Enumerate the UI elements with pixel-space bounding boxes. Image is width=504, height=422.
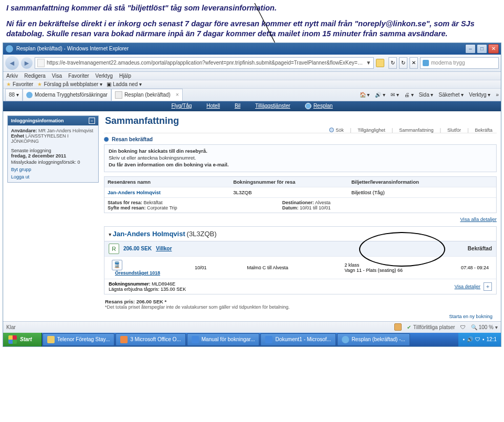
villkor-link[interactable]: Villkor (156, 246, 172, 251)
tool-print[interactable]: 🖨 ▾ (404, 92, 414, 98)
app-icon (120, 336, 128, 343)
link-visa-alla[interactable]: Visa alla detaljer (460, 216, 497, 222)
info-l2: Skriv ut eller anteckna bokningsnumret. (109, 155, 492, 161)
booking-pnr: 3L3ZQB (230, 187, 348, 197)
link-byt-grupp[interactable]: Byt grupp (11, 167, 95, 172)
segment-class: 2 klass (344, 262, 429, 268)
crumb-till: Tillgänglighet (358, 128, 385, 133)
expand-icon[interactable] (104, 137, 109, 142)
app-icon (265, 336, 272, 343)
tab-resplan[interactable]: Resplan (bekräftad) × (111, 89, 183, 101)
windows-icon (8, 335, 17, 344)
start-button[interactable]: Start (3, 333, 42, 346)
suggested-sites[interactable]: ★ Förslag på webbplatser ▾ (37, 81, 102, 87)
tool-more[interactable]: » (496, 92, 499, 98)
plus-icon[interactable]: ＋ (484, 282, 492, 291)
tab-group-button[interactable]: 88 ▾ (5, 89, 23, 101)
close-button[interactable]: ✕ (488, 44, 499, 54)
confirmation-info: Din bokning har skickats till din reseby… (104, 144, 497, 172)
tab-group-label: 88 ▾ (9, 92, 19, 98)
tool-mail[interactable]: ✉ ▾ (391, 92, 399, 98)
download-item[interactable]: ▣ Ladda ned ▾ (107, 81, 142, 87)
nav-hotell[interactable]: Hotell (206, 103, 220, 109)
start-new-booking[interactable]: Starta en ny bokning (449, 314, 492, 319)
back-button[interactable]: ◄ (5, 56, 19, 70)
nav-bil[interactable]: Bil (235, 103, 240, 109)
tray-icon[interactable]: 🛡 (475, 336, 480, 342)
visa-detaljer-link[interactable]: Visa detaljer (455, 284, 480, 289)
segment-route: Malmö C till Alvesta (244, 264, 335, 271)
traveler-name-link[interactable]: Jan-Anders Holmqvist (108, 189, 161, 195)
tool-tools[interactable]: Verktyg ▾ (469, 92, 490, 98)
crumb-samman: Sammanfattning (399, 128, 434, 133)
th-name: Resenärens namn (108, 179, 151, 185)
menu-visa[interactable]: Visa (52, 73, 62, 79)
tab-moderna[interactable]: Moderna Trygghetsförsäkringar (23, 89, 111, 101)
window-title: Resplan (bekräftad) - Windows Internet E… (16, 46, 129, 51)
segment-seat: Vagn 11 - Plats (seating) 66 (344, 268, 429, 273)
nav-flyg[interactable]: Flyg/Tåg (171, 103, 192, 109)
address-bar: ◄ ► https://e-travelmanagement22.amadeus… (3, 55, 501, 72)
menu-redigera[interactable]: Redigera (24, 73, 46, 79)
collapse-icon[interactable]: – (89, 118, 95, 124)
task-telenor[interactable]: Telenor Företag Stay... (43, 333, 114, 346)
zoom-icon[interactable]: 🔍 (471, 324, 477, 330)
ie-tab-icon (26, 92, 33, 98)
search-engine-icon (423, 60, 429, 66)
maximize-button[interactable]: □ (477, 44, 487, 54)
menu-verktyg[interactable]: Verktyg (96, 73, 113, 79)
total-value: 206.00 SEK * (136, 299, 167, 304)
task-office[interactable]: 3 Microsoft Office O... (116, 333, 186, 346)
shield-icon (394, 323, 402, 331)
nav-tillagg[interactable]: Tilläggstjänster (255, 103, 290, 109)
tray-icon[interactable]: ▪ (463, 336, 465, 342)
url-field[interactable]: https://e-travelmanagement22.amadeus.com… (35, 57, 374, 69)
login-info-title: Inloggningsinformation (11, 118, 64, 123)
system-tray: ▪ 🔊 🛡 ▪ 12:1 (458, 333, 501, 346)
compat-button[interactable]: ↻ (388, 57, 397, 69)
pnr-status: Bekräftad (176, 246, 492, 251)
tray-icon[interactable]: 🔊 (467, 336, 473, 342)
menu-favoriter[interactable]: Favoriter (68, 73, 89, 79)
pnr-code: (3L3ZQB) (187, 230, 217, 238)
taskbar: Start Telenor Företag Stay... 3 Microsof… (3, 333, 501, 346)
minimize-button[interactable]: – (465, 44, 476, 54)
stop-button[interactable]: ✕ (410, 57, 418, 69)
titlebar: Resplan (bekräftad) - Windows Internet E… (3, 43, 501, 55)
refresh-button[interactable]: ↻ (399, 57, 407, 69)
segment-time: 07:48 - 09:24 (432, 264, 492, 271)
tool-home[interactable]: 🏠 ▾ (360, 92, 370, 98)
task-manual[interactable]: Manual för bokningar... (187, 333, 260, 346)
nav-resplan[interactable]: Resplan (305, 103, 333, 109)
link-logga-ut[interactable]: Logga ut (11, 174, 95, 180)
pnr-name: Jan-Anders Holmqvist (113, 230, 185, 238)
menu-hjalp[interactable]: Hjälp (119, 73, 131, 79)
tool-page[interactable]: Sida ▾ (419, 92, 434, 98)
favorites-button[interactable]: ★ Favoriter (6, 81, 33, 87)
breadcrumb: Sök | Tillgänglighet | Sammanfattning | … (104, 128, 497, 133)
forward-button[interactable]: ► (21, 57, 33, 69)
dest-label: Destinationer: (282, 200, 314, 205)
search-input[interactable]: moderna trygg (420, 57, 499, 69)
crumb-sok: Sök (335, 128, 344, 133)
tab-1-label: Resplan (bekräftad) (124, 92, 171, 98)
failed-logins: Misslyckade inloggningsförsök: 0 (11, 160, 95, 165)
page-nav-bar: Flyg/Tåg Hotell Bil Tilläggstjänster Res… (3, 101, 501, 111)
train-icon: 🚆 (112, 260, 122, 270)
th-delivery: Biljetter/leveransinformation (351, 179, 419, 185)
tab-0-label: Moderna Trygghetsförsäkringar (35, 92, 108, 98)
task-resplan[interactable]: Resplan (bekräftad) -... (337, 333, 410, 346)
lowest-label: Lägsta erbjudna tågpris: (109, 287, 160, 292)
tool-rss[interactable]: 🔊 ▾ (375, 92, 385, 98)
url-text: https://e-travelmanagement22.amadeus.com… (47, 60, 364, 66)
info-l3: Du får även information om din bokning v… (109, 162, 229, 167)
crumb-sep: | (350, 128, 351, 133)
menu-arkiv[interactable]: Arkiv (6, 73, 18, 79)
segment-link[interactable]: Öresundståget 1018 (115, 270, 160, 276)
task-dokument[interactable]: Dokument1 - Microsof... (260, 333, 335, 346)
tool-security[interactable]: Säkerhet ▾ (438, 92, 464, 98)
pnr-block: ▾ Jan-Anders Holmqvist (3L3ZQB) R 206.00… (104, 226, 497, 294)
task-1-label: 3 Microsoft Office O... (130, 336, 181, 342)
zoom-value: 100 % (479, 324, 494, 330)
tray-icon[interactable]: ▪ (482, 336, 485, 342)
